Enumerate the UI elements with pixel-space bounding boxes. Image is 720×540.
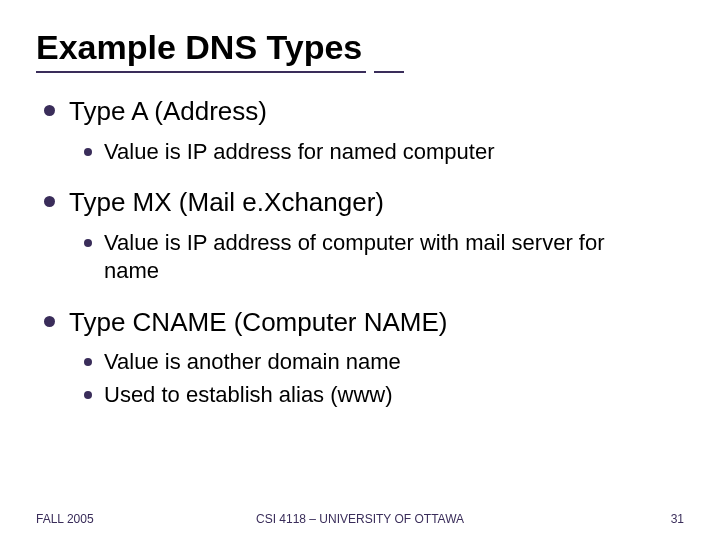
footer: FALL 2005 CSI 4118 – UNIVERSITY OF OTTAW… xyxy=(0,512,720,526)
bullet-level1: Type CNAME (Computer NAME) xyxy=(44,306,684,339)
slide-title: Example DNS Types xyxy=(36,28,684,67)
sublist: Value is IP address of computer with mai… xyxy=(84,229,684,286)
title-rule xyxy=(36,71,684,73)
bullet-dot-icon xyxy=(44,105,55,116)
sublist: Value is another domain name Used to est… xyxy=(84,348,684,409)
bullet-text: Type MX (Mail e.Xchanger) xyxy=(69,186,384,219)
bullet-text: Type A (Address) xyxy=(69,95,267,128)
bullet-level1: Type A (Address) xyxy=(44,95,684,128)
slide: Example DNS Types Type A (Address) Value… xyxy=(0,0,720,409)
bullet-text: Used to establish alias (www) xyxy=(104,381,393,410)
bullet-level2: Value is IP address for named computer xyxy=(84,138,684,167)
bullet-level2: Value is IP address of computer with mai… xyxy=(84,229,684,286)
bullet-level2: Used to establish alias (www) xyxy=(84,381,684,410)
bullet-text: Value is IP address for named computer xyxy=(104,138,495,167)
rule-long xyxy=(36,71,366,73)
bullet-level2: Value is another domain name xyxy=(84,348,684,377)
sublist: Value is IP address for named computer xyxy=(84,138,684,167)
bullet-dot-icon xyxy=(44,316,55,327)
footer-right: 31 xyxy=(671,512,684,526)
bullet-text: Type CNAME (Computer NAME) xyxy=(69,306,448,339)
bullet-dot-icon xyxy=(84,148,92,156)
bullet-level1: Type MX (Mail e.Xchanger) xyxy=(44,186,684,219)
bullet-dot-icon xyxy=(44,196,55,207)
bullet-dot-icon xyxy=(84,239,92,247)
bullet-dot-icon xyxy=(84,391,92,399)
bullet-text: Value is IP address of computer with mai… xyxy=(104,229,664,286)
bullet-dot-icon xyxy=(84,358,92,366)
footer-left: FALL 2005 xyxy=(36,512,94,526)
rule-short xyxy=(374,71,404,73)
footer-center: CSI 4118 – UNIVERSITY OF OTTAWA xyxy=(256,512,464,526)
content: Type A (Address) Value is IP address for… xyxy=(36,95,684,409)
bullet-text: Value is another domain name xyxy=(104,348,401,377)
